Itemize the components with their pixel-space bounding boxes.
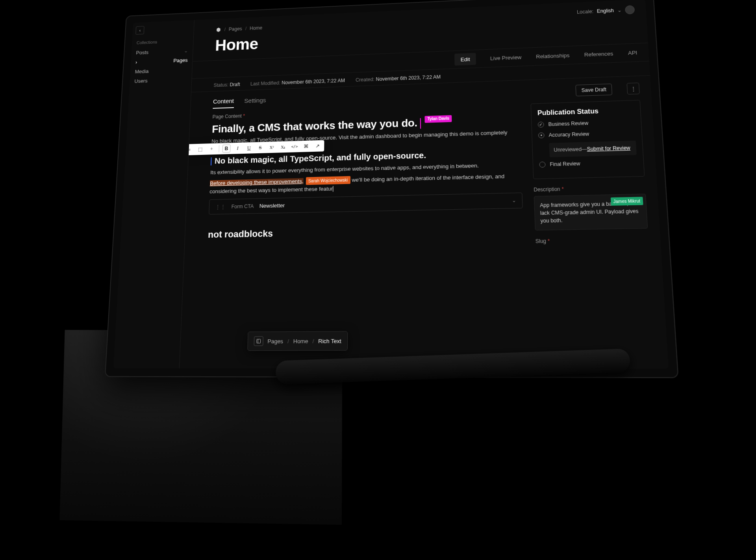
collab-cursor-tag: Sarah Wojciechowski — [306, 176, 350, 185]
status-value: Draft — [230, 82, 240, 87]
submit-for-review-link[interactable]: Submit for Review — [587, 145, 630, 152]
floating-crumb-richtext[interactable]: Rich Text — [318, 338, 341, 344]
sidebar-item-label: Media — [135, 68, 148, 74]
sidebar-item-users[interactable]: Users — [133, 74, 189, 86]
slug-field: Slug * — [536, 236, 649, 244]
tab-references[interactable]: References — [584, 45, 614, 63]
current-step-icon — [538, 132, 545, 138]
collab-cursor-tag: James Mikrut — [610, 197, 643, 206]
underline-icon[interactable]: U — [245, 144, 253, 152]
chevron-down-icon: ⌄ — [617, 7, 622, 13]
panel-left-icon[interactable] — [254, 336, 263, 346]
laptop-frame: ‹ Collections Posts ⌄ Pages Media Users — [105, 0, 679, 378]
locale-value: English — [597, 8, 614, 14]
floating-crumb-home[interactable]: Home — [293, 338, 308, 344]
italic-icon[interactable]: I — [233, 144, 242, 153]
sidebar-item-label: Users — [134, 78, 148, 84]
dots-vertical-icon: ⋮ — [630, 86, 636, 92]
tab-edit[interactable]: Edit — [454, 53, 476, 65]
chevron-left-icon: ‹ — [139, 28, 141, 33]
collab-selection: Before developing these improvements, — [210, 178, 304, 186]
field-label-description: Description * — [534, 184, 645, 193]
floating-crumb-pages[interactable]: Pages — [267, 338, 283, 344]
sidebar-item-label: Posts — [136, 49, 148, 56]
tab-live-preview[interactable]: Live Preview — [490, 48, 522, 67]
user-avatar[interactable] — [625, 5, 635, 14]
description-field: Description * App frameworks give you a … — [534, 184, 648, 231]
tab-relationships[interactable]: Relationships — [536, 47, 570, 65]
block-type-label: Form CTA — [231, 203, 254, 210]
bold-icon[interactable]: B — [222, 145, 230, 153]
empty-circle-icon — [539, 162, 545, 167]
more-actions-button[interactable]: ⋮ — [627, 83, 640, 95]
chevron-down-icon[interactable]: ⌄ — [512, 198, 516, 203]
rte-heading-partial: not roadblocks — [208, 224, 524, 240]
sidebar-item-label: Pages — [173, 57, 188, 63]
app-logo-icon — [216, 27, 221, 33]
sidebar-section-label: Collections — [135, 38, 190, 45]
created-label: Created: — [356, 76, 374, 83]
main-panel: / Pages / Home Locale: English ⌄ Home — [180, 0, 669, 369]
tab-api[interactable]: API — [628, 44, 638, 62]
breadcrumb-separator: / — [224, 27, 226, 32]
breadcrumb-separator: / — [245, 26, 247, 32]
check-circle-icon — [538, 122, 544, 128]
block-title: Newsletter — [259, 202, 285, 209]
publication-status-panel: Publication Status Business Review Accur… — [531, 100, 645, 179]
block-icon[interactable]: ⬚ — [196, 145, 204, 154]
save-draft-button[interactable]: Save Draft — [576, 84, 612, 96]
external-link-icon[interactable]: ↗ — [313, 142, 322, 150]
rte-paragraph: Before developing these improvements, Sa… — [209, 172, 522, 195]
collab-cursor-tag: Tylan Davis — [425, 115, 452, 123]
description-input[interactable]: App frameworks give you a backend, but l… — [534, 194, 648, 231]
svg-rect-0 — [257, 339, 261, 343]
drag-handle-icon[interactable]: ⋮⋮ — [215, 204, 226, 210]
sub-tab-content[interactable]: Content — [213, 97, 234, 109]
block-card-form-cta[interactable]: ⋮⋮ Form CTA Newsletter ⌄ — [209, 193, 523, 215]
created-value: November 6th 2023, 7:22 AM — [376, 74, 441, 82]
link-icon[interactable]: ⌘ — [302, 142, 310, 151]
last-modified-value: November 6th 2023, 7:22 AM — [282, 78, 345, 86]
panel-heading: Publication Status — [537, 106, 634, 117]
strike-icon[interactable]: S — [256, 143, 265, 152]
sidebar-collapse-button[interactable]: ‹ — [135, 26, 144, 35]
rich-text-editor[interactable]: H2 ⌄ ≡ ⬚ + B I U S X² — [208, 113, 524, 240]
code-icon[interactable]: </> — [290, 143, 298, 151]
superscript-icon[interactable]: X² — [267, 143, 276, 151]
app-screen: ‹ Collections Posts ⌄ Pages Media Users — [113, 0, 669, 369]
status-label: Status: — [213, 82, 228, 88]
subscript-icon[interactable]: X₂ — [279, 143, 287, 151]
floating-context-breadcrumb[interactable]: Pages / Home / Rich Text — [247, 331, 348, 351]
chevron-down-icon: ⌄ — [184, 48, 188, 54]
locale-label: Locale: — [577, 9, 594, 15]
review-status-box: Unreviewed—Submit for Review — [549, 141, 636, 157]
status-step-accuracy: Accuracy Review — [538, 130, 636, 138]
sub-tab-settings[interactable]: Settings — [244, 97, 266, 107]
status-step-business: Business Review — [538, 119, 635, 127]
status-step-final: Final Review — [539, 159, 637, 167]
breadcrumb-pages[interactable]: Pages — [229, 26, 242, 32]
add-block-icon[interactable]: + — [208, 145, 216, 153]
breadcrumb-current: Home — [250, 25, 262, 31]
last-modified-label: Last Modified: — [250, 80, 280, 87]
field-label-slug: Slug * — [536, 236, 649, 244]
